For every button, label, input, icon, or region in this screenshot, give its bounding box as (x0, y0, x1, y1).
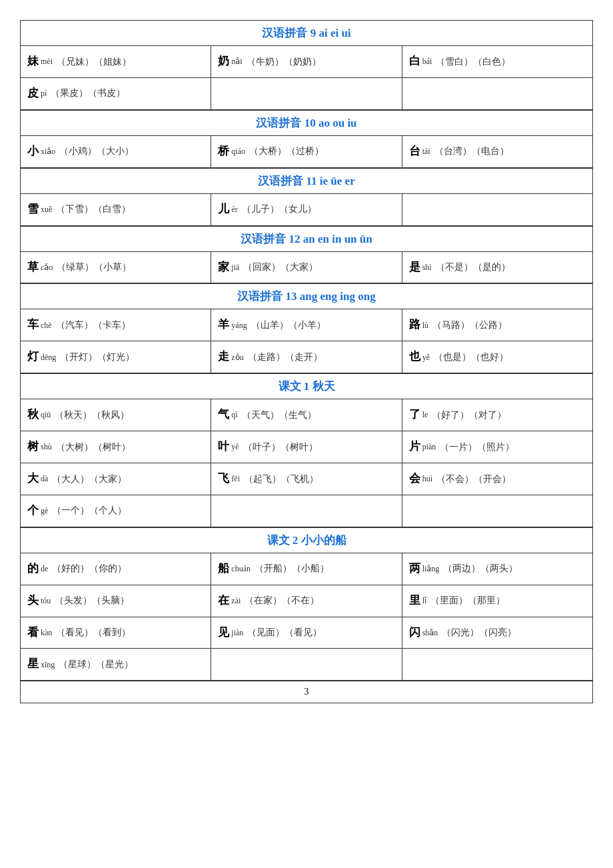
character: 是 (409, 258, 420, 277)
pinyin: yě (422, 351, 430, 364)
cell: 看kàn（看见）（看到） (21, 617, 211, 649)
character: 儿 (218, 200, 229, 219)
pinyin: zài (231, 594, 241, 607)
compounds: （兄妹）（姐妹） (57, 54, 131, 70)
cell: 飞fēi（起飞）（飞机） (211, 463, 402, 495)
section-header-2: 汉语拼音 11 ie üe er (21, 168, 592, 194)
pinyin: chē (41, 319, 52, 332)
character: 飞 (218, 469, 229, 489)
character: 也 (409, 347, 420, 367)
compounds: （起飞）（飞机） (244, 471, 318, 487)
pinyin: tóu (41, 594, 51, 607)
section-header-1: 汉语拼音 10 ao ou iu (21, 110, 592, 136)
character: 白 (409, 52, 420, 71)
data-row: 小xiǎo（小鸡）（大小）桥qiáo（大桥）（过桥）台tái（台湾）（电台） (21, 136, 592, 168)
data-row: 皮pí（果皮）（书皮） (21, 78, 592, 110)
character: 小 (27, 142, 39, 161)
cell: 羊yáng（山羊）（小羊） (211, 309, 402, 341)
section-header-4: 汉语拼音 13 ang eng ing ong (21, 283, 592, 309)
compounds: （开船）（小船） (255, 561, 329, 577)
cell: 走zǒu（走路）（走开） (211, 341, 402, 373)
character: 灯 (27, 347, 39, 367)
character: 秋 (27, 405, 39, 425)
pinyin: fēi (231, 472, 240, 485)
cell (402, 194, 592, 225)
character: 闪 (409, 623, 420, 643)
compounds: （秋天）（秋风） (55, 407, 129, 423)
cell: 雪xuě（下雪）（白雪） (21, 194, 211, 225)
compounds: （也是）（也好） (434, 349, 508, 365)
data-row: 个gè（一个）（个人） (21, 495, 592, 527)
data-row: 大dà（大人）（大家）飞fēi（起飞）（飞机）会huì（不会）（开会） (21, 463, 592, 495)
pinyin: liǎng (422, 562, 440, 575)
compounds: （大人）（大家） (52, 471, 127, 487)
cell (211, 649, 402, 680)
compounds: （下雪）（白雪） (56, 201, 131, 217)
cell: 船chuán（开船）（小船） (211, 553, 402, 585)
character: 羊 (218, 315, 229, 335)
cell: 闪shǎn（闪光）（闪亮） (402, 617, 592, 649)
character: 星 (27, 655, 39, 674)
pinyin: xiǎo (41, 145, 55, 158)
character: 头 (27, 591, 39, 611)
pinyin: pí (41, 87, 47, 100)
cell: 台tái（台湾）（电台） (402, 136, 592, 167)
cell (211, 78, 402, 109)
data-row: 草cǎo（绿草）（小草）家jiā（回家）（大家）是shì（不是）（是的） (21, 252, 592, 284)
cell: 树shù（大树）（树叶） (21, 431, 211, 463)
compounds: （不是）（是的） (436, 259, 510, 275)
compounds: （闪光）（闪亮） (442, 625, 516, 641)
pinyin: xīng (41, 658, 55, 671)
pinyin: dà (41, 472, 48, 485)
compounds: （汽车）（卡车） (56, 317, 131, 333)
cell (402, 78, 592, 109)
compounds: （大桥）（过桥） (249, 143, 324, 159)
compounds: （大树）（树叶） (56, 439, 131, 455)
pinyin: nǎi (231, 55, 242, 68)
pinyin: qiáo (231, 145, 245, 158)
character: 了 (409, 405, 420, 425)
pinyin: shì (422, 261, 432, 274)
character: 叶 (218, 437, 229, 457)
data-row: 秋qiū（秋天）（秋风）气qì（天气）（生气）了le（好了）（对了） (21, 399, 592, 431)
character: 在 (218, 591, 229, 611)
character: 大 (27, 469, 39, 489)
data-row: 雪xuě（下雪）（白雪）儿ér（儿子）（女儿） (21, 194, 592, 226)
character: 气 (218, 405, 229, 425)
data-row: 树shù（大树）（树叶）叶yè（叶子）（树叶）片piàn（一片）（照片） (21, 431, 592, 463)
pinyin: shǎn (422, 626, 438, 639)
pinyin: gè (41, 504, 48, 517)
compounds: （果皮）（书皮） (51, 85, 125, 101)
section-header-6: 课文 2 小小的船 (21, 527, 592, 553)
pinyin: chuán (231, 562, 251, 575)
character: 皮 (27, 84, 39, 103)
character: 会 (409, 469, 420, 489)
cell: 车chē（汽车）（卡车） (21, 309, 211, 341)
cell: 见jiàn（见面）（看见） (211, 617, 402, 649)
cell: 头tóu（头发）（头脑） (21, 585, 211, 617)
cell: 叶yè（叶子）（树叶） (211, 431, 402, 463)
character: 桥 (218, 142, 229, 161)
character: 走 (218, 347, 229, 367)
compounds: （叶子）（树叶） (243, 439, 318, 455)
compounds: （星球）（星光） (59, 657, 133, 673)
character: 家 (218, 258, 229, 277)
character: 片 (409, 437, 420, 457)
pinyin: mèi (41, 55, 53, 68)
cell: 两liǎng（两边）（两头） (402, 553, 592, 585)
compounds: （台湾）（电台） (434, 143, 509, 159)
character: 见 (218, 623, 229, 643)
data-row: 的de（好的）（你的）船chuán（开船）（小船）两liǎng（两边）（两头） (21, 553, 592, 585)
cell: 是shì（不是）（是的） (402, 252, 592, 283)
compounds: （天气）（生气） (242, 407, 316, 423)
pinyin: piàn (422, 440, 436, 453)
cell: 会huì（不会）（开会） (402, 463, 592, 495)
cell (402, 649, 592, 680)
data-row: 星xīng（星球）（星光） (21, 649, 592, 681)
cell: 也yě（也是）（也好） (402, 341, 592, 373)
cell (402, 495, 592, 527)
cell: 了le（好了）（对了） (402, 399, 592, 431)
cell: 的de（好的）（你的） (21, 553, 211, 585)
pinyin: xuě (41, 203, 52, 216)
cell: 家jiā（回家）（大家） (211, 252, 402, 283)
